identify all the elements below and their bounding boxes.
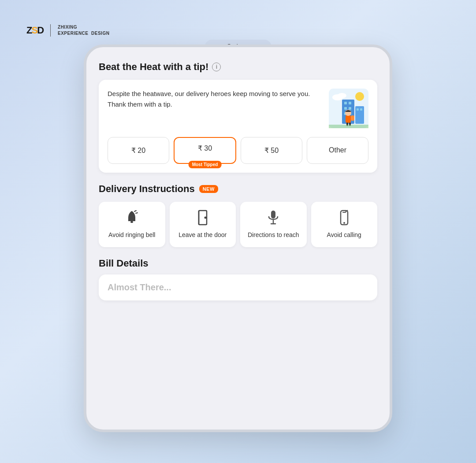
tip-20-button[interactable]: ₹ 20	[108, 137, 169, 164]
avoid-bell-label: Avoid ringing bell	[108, 231, 155, 240]
delivery-instructions-header: Delivery Instructions NEW	[99, 183, 377, 195]
svg-point-30	[343, 222, 345, 224]
svg-point-33	[346, 210, 348, 211]
delivery-instructions-title: Delivery Instructions	[99, 183, 195, 195]
tip-buttons: ₹ 20 ₹ 30 Most Tipped ₹ 50 Other	[108, 137, 368, 164]
svg-rect-26	[271, 211, 275, 219]
door-icon	[196, 210, 209, 226]
svg-line-21	[134, 211, 136, 211]
logo-text: ZHIXING EXPERIENCE DESIGN	[58, 24, 109, 37]
phone-icon	[339, 210, 349, 226]
svg-rect-16	[351, 115, 354, 121]
bill-details-section: Bill Details Almost There...	[99, 258, 377, 300]
avoid-calling-label: Avoid calling	[327, 231, 361, 240]
svg-rect-19	[329, 125, 368, 128]
svg-rect-6	[349, 102, 351, 104]
svg-rect-5	[344, 102, 347, 104]
instruction-avoid-calling[interactable]: Avoid calling	[311, 202, 378, 248]
bell-icon	[125, 210, 139, 226]
leave-door-label: Leave at the door	[178, 231, 227, 240]
bill-almost-text: Almost There...	[108, 282, 368, 293]
info-icon[interactable]: i	[212, 63, 221, 71]
svg-rect-7	[344, 107, 347, 110]
svg-rect-13	[360, 108, 362, 111]
logo-icon: ZSD	[26, 25, 43, 36]
tip-50-button[interactable]: ₹ 50	[241, 137, 302, 164]
heatwave-text: Despite the heatwave, our delivery heroe…	[108, 89, 322, 110]
svg-point-24	[204, 216, 206, 219]
svg-point-1	[355, 92, 364, 101]
svg-point-3	[338, 93, 346, 98]
most-tipped-badge: Most Tipped	[189, 161, 222, 168]
phone-frame: Beat the Heat with a tip! i Despite the …	[84, 44, 392, 432]
svg-rect-8	[349, 107, 351, 110]
new-badge: NEW	[199, 185, 218, 193]
instruction-avoid-bell[interactable]: Avoid ringing bell	[99, 202, 165, 248]
delivery-illustration	[329, 89, 368, 128]
logo-area: ZSD ZHIXING EXPERIENCE DESIGN	[26, 24, 109, 37]
logo-divider	[50, 24, 51, 37]
mic-icon	[267, 210, 279, 226]
heatwave-top: Despite the heatwave, our delivery heroe…	[108, 89, 368, 128]
tip-30-button[interactable]: ₹ 30 Most Tipped	[174, 137, 236, 164]
svg-point-32	[345, 211, 346, 212]
tip-other-button[interactable]: Other	[307, 137, 368, 164]
svg-rect-20	[130, 221, 133, 223]
instruction-leave-door[interactable]: Leave at the door	[170, 202, 236, 248]
svg-rect-14	[346, 115, 351, 123]
instructions-grid: Avoid ringing bell Leave at the door	[99, 202, 377, 248]
bill-details-title: Bill Details	[99, 258, 377, 269]
bill-card: Almost There...	[99, 274, 377, 300]
heat-card: Despite the heatwave, our delivery heroe…	[99, 80, 377, 173]
instruction-directions[interactable]: Directions to reach	[240, 202, 307, 248]
directions-label: Directions to reach	[248, 231, 299, 240]
phone-content: Beat the Heat with a tip! i Despite the …	[86, 47, 390, 430]
svg-line-22	[136, 213, 138, 213]
svg-rect-12	[357, 108, 359, 111]
heat-section-title: Beat the Heat with a tip! i	[99, 61, 377, 73]
